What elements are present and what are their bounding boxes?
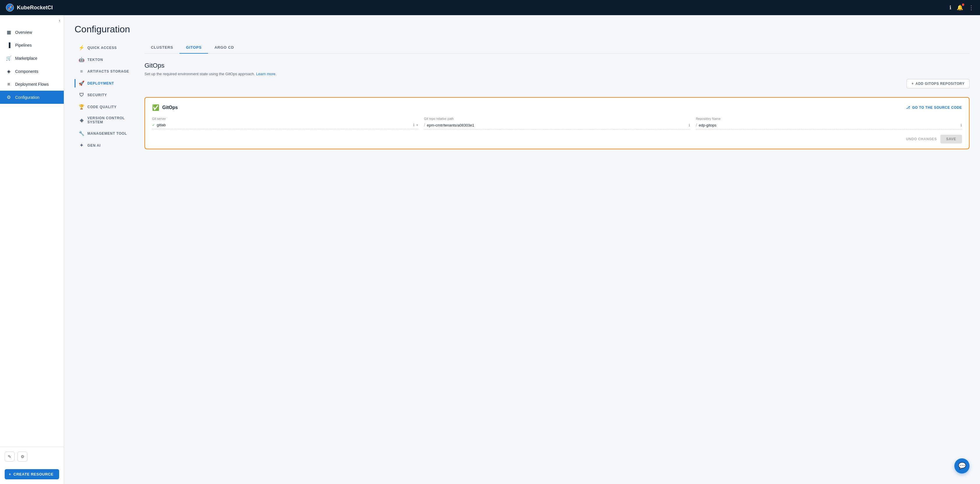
content-area: Configuration ⚡ QUICK ACCESS 🤖 TEKTON ≡ …	[64, 15, 980, 484]
topbar-logo: 🚀 KubeRocketCI	[6, 3, 947, 12]
notifications-button[interactable]: 🔔	[957, 4, 963, 11]
sidebar-collapse-button[interactable]: ‹	[55, 15, 64, 26]
git-server-label: Git server	[152, 117, 418, 120]
git-repo-path-field: Git repo relative path / epm-cmtr/tenant…	[424, 117, 690, 129]
save-label: SAVE	[946, 137, 956, 141]
config-nav-tekton[interactable]: 🤖 TEKTON	[75, 54, 142, 65]
git-repo-path-info-icon[interactable]: ℹ	[689, 123, 690, 128]
plus-icon: +	[9, 472, 11, 476]
config-right-panel: CLUSTERS GITOPS ARGO CD GitOps Set up th…	[145, 42, 969, 151]
chat-fab-button[interactable]: 💬	[955, 458, 969, 473]
git-server-field: Git server ✓ gitlab ℹ ▾	[152, 117, 418, 129]
card-actions: UNDO CHANGES SAVE	[152, 135, 962, 144]
topbar: 🚀 KubeRocketCI ℹ 🔔 ⋮	[0, 0, 980, 15]
components-icon: ◈	[6, 69, 12, 74]
repository-name-value: edp-gitops	[699, 123, 717, 128]
gear-icon: ⚙	[21, 454, 24, 459]
tekton-icon: 🤖	[79, 57, 84, 62]
more-icon: ⋮	[968, 4, 974, 11]
version-control-icon: ◈	[79, 118, 84, 123]
config-nav-quick-access-label: QUICK ACCESS	[88, 46, 117, 50]
sidebar-item-components[interactable]: ◈ Components	[0, 65, 64, 78]
sidebar-item-overview-label: Overview	[15, 30, 32, 35]
gitops-card-name: GitOps	[162, 105, 178, 110]
quick-access-icon: ⚡	[79, 45, 84, 50]
main-layout: ‹ ▦ Overview ▐ Pipelines 🛒 Marketplace ◈…	[0, 15, 980, 484]
sidebar-item-marketplace[interactable]: 🛒 Marketplace	[0, 52, 64, 65]
tab-bar: CLUSTERS GITOPS ARGO CD	[145, 42, 969, 54]
success-check-icon: ✅	[152, 104, 159, 111]
config-nav-gen-ai[interactable]: ✦ GEN AI	[75, 139, 142, 151]
sidebar-item-pipelines-label: Pipelines	[15, 43, 32, 48]
configuration-icon: ⚙	[6, 94, 12, 100]
repo-name-slash: /	[696, 123, 697, 128]
git-server-status-icon: ✓	[152, 123, 155, 127]
repo-path-slash: /	[424, 123, 425, 128]
tab-clusters[interactable]: CLUSTERS	[145, 42, 180, 54]
chat-icon: 💬	[958, 462, 966, 470]
info-icon: ℹ	[950, 5, 951, 11]
config-nav-code-quality-label: CODE QUALITY	[88, 105, 116, 109]
topbar-actions: ℹ 🔔 ⋮	[950, 4, 974, 11]
undo-changes-button[interactable]: UNDO CHANGES	[906, 137, 937, 141]
config-nav-security[interactable]: 🛡 SECURITY	[75, 89, 142, 101]
pipelines-icon: ▐	[6, 43, 12, 48]
repository-name-field: Repository Name / edp-gitops ℹ	[696, 117, 962, 129]
add-repo-row: + ADD GITOPS REPOSITORY	[145, 79, 969, 93]
info-button[interactable]: ℹ	[950, 4, 951, 11]
repository-name-label: Repository Name	[696, 117, 962, 120]
settings-icon-button[interactable]: ⚙	[18, 452, 27, 462]
repository-name-info-icon[interactable]: ℹ	[961, 123, 962, 128]
add-gitops-repository-button[interactable]: + ADD GITOPS REPOSITORY	[907, 79, 969, 88]
sidebar-nav: ▦ Overview ▐ Pipelines 🛒 Marketplace ◈ C…	[0, 26, 64, 447]
config-nav-tekton-label: TEKTON	[88, 58, 103, 62]
sidebar-item-pipelines[interactable]: ▐ Pipelines	[0, 39, 64, 52]
config-nav-deployment[interactable]: 🚀 DEPLOYMENT	[75, 77, 142, 89]
branch-icon: ⎇	[906, 105, 910, 110]
config-nav-security-label: SECURITY	[88, 93, 107, 97]
sidebar-item-configuration-label: Configuration	[15, 95, 39, 100]
learn-more-link[interactable]: Learn more.	[256, 72, 277, 76]
sidebar-item-overview[interactable]: ▦ Overview	[0, 26, 64, 39]
svg-text:🚀: 🚀	[8, 5, 13, 10]
gitops-card: ✅ GitOps ⎇ GO TO THE SOURCE CODE Git ser…	[145, 97, 969, 149]
git-server-dropdown-icon[interactable]: ▾	[416, 123, 418, 127]
gitops-section: GitOps Set up the required environment s…	[145, 62, 969, 76]
go-to-source-code-link[interactable]: ⎇ GO TO THE SOURCE CODE	[906, 105, 962, 110]
config-nav-version-control[interactable]: ◈ VERSION CONTROL SYSTEM	[75, 113, 142, 128]
config-nav-artifacts-storage[interactable]: ≡ ARTIFACTS STORAGE	[75, 65, 142, 77]
undo-changes-label: UNDO CHANGES	[906, 137, 937, 141]
sidebar: ‹ ▦ Overview ▐ Pipelines 🛒 Marketplace ◈…	[0, 15, 64, 484]
config-nav-version-control-label: VERSION CONTROL SYSTEM	[88, 116, 137, 124]
page-title: Configuration	[75, 24, 969, 35]
git-server-info-icon[interactable]: ℹ	[413, 123, 415, 127]
app-name: KubeRocketCI	[17, 5, 53, 11]
source-code-label: GO TO THE SOURCE CODE	[912, 105, 962, 110]
create-resource-label: CREATE RESOURCE	[13, 472, 53, 476]
security-icon: 🛡	[79, 93, 84, 97]
save-button[interactable]: SAVE	[940, 135, 962, 144]
config-layout: ⚡ QUICK ACCESS 🤖 TEKTON ≡ ARTIFACTS STOR…	[75, 42, 969, 151]
gitops-fields: Git server ✓ gitlab ℹ ▾ Git repo re	[152, 117, 962, 129]
config-nav-quick-access[interactable]: ⚡ QUICK ACCESS	[75, 42, 142, 54]
tab-gitops[interactable]: GITOPS	[180, 42, 208, 54]
sidebar-item-deployment-flows[interactable]: ≡ Deployment Flows	[0, 78, 64, 91]
tab-argo-cd[interactable]: ARGO CD	[208, 42, 240, 54]
artifacts-storage-icon: ≡	[79, 69, 84, 74]
gitops-card-title-row: ✅ GitOps	[152, 104, 178, 111]
sidebar-item-deployment-flows-label: Deployment Flows	[15, 82, 49, 86]
code-quality-icon: 🏆	[79, 104, 84, 110]
git-server-value-row: ✓ gitlab ℹ ▾	[152, 123, 418, 129]
create-resource-button[interactable]: + CREATE RESOURCE	[5, 469, 59, 479]
edit-icon-button[interactable]: ✎	[5, 452, 14, 462]
sidebar-item-configuration[interactable]: ⚙ Configuration	[0, 91, 64, 104]
more-menu-button[interactable]: ⋮	[968, 4, 974, 11]
config-nav-code-quality[interactable]: 🏆 CODE QUALITY	[75, 101, 142, 113]
rocket-logo-icon: 🚀	[6, 3, 14, 12]
overview-icon: ▦	[6, 29, 12, 35]
git-repo-path-value: epm-cmtr/tenants/a08303e1	[427, 123, 474, 128]
config-nav-management-tool[interactable]: 🔧 MANAGEMENT TOOL	[75, 128, 142, 139]
gitops-title: GitOps	[145, 62, 969, 69]
config-nav-artifacts-label: ARTIFACTS STORAGE	[88, 69, 129, 73]
add-gitops-label: ADD GITOPS REPOSITORY	[916, 81, 964, 86]
